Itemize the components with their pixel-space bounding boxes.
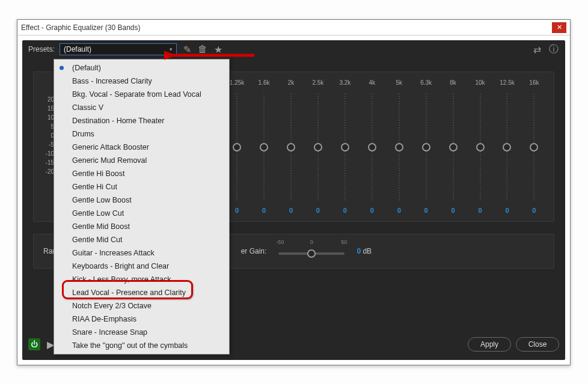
preset-option[interactable]: Gentle Low Cut	[54, 207, 229, 220]
preset-option[interactable]: Generic Mud Removal	[54, 154, 229, 167]
eq-band: 2k0	[278, 79, 305, 215]
band-knob[interactable]	[314, 143, 322, 151]
eq-band: 2.5k0	[304, 79, 331, 215]
band-knob[interactable]	[260, 143, 268, 151]
band-value: 0	[262, 207, 266, 215]
band-slider[interactable]	[453, 94, 454, 201]
band-knob[interactable]	[503, 143, 511, 151]
eq-band: 8k0	[439, 79, 467, 215]
band-freq: 12.5k	[500, 79, 514, 88]
preset-option[interactable]: RIAA De-Emphasis	[54, 312, 229, 326]
preset-option[interactable]: (Default)	[54, 61, 229, 75]
preset-option[interactable]: Keyboards - Bright and Clear	[54, 260, 229, 273]
band-freq: 1.25k	[230, 79, 244, 88]
eq-band: 12.5k0	[494, 79, 521, 215]
band-freq: 10k	[475, 79, 485, 88]
preset-option[interactable]: Guitar - Increases Attack	[54, 246, 229, 260]
band-slider[interactable]	[426, 94, 427, 201]
preset-option[interactable]: Take the "gong" out of the cymbals	[54, 339, 229, 352]
master-gain-thumb[interactable]	[307, 249, 316, 258]
preset-option[interactable]: Bass - Increased Clarity	[54, 75, 229, 88]
favorite-icon[interactable]: ★	[213, 44, 224, 55]
eq-band: 16k0	[521, 79, 548, 215]
band-slider[interactable]	[372, 94, 373, 201]
band-slider[interactable]	[533, 94, 534, 201]
presets-current: (Default)	[64, 45, 91, 53]
band-slider[interactable]	[317, 94, 319, 201]
band-freq: 5k	[396, 79, 402, 88]
band-knob[interactable]	[233, 143, 241, 151]
presets-dropdown[interactable]: (Default) ▾	[60, 43, 177, 55]
band-slider[interactable]	[236, 94, 237, 201]
band-value: 0	[235, 207, 239, 215]
band-freq: 2.5k	[312, 79, 323, 88]
band-freq: 8k	[450, 79, 456, 88]
band-slider[interactable]	[506, 94, 507, 201]
band-knob[interactable]	[530, 143, 538, 151]
band-knob[interactable]	[341, 143, 349, 151]
save-preset-icon[interactable]: ✎	[182, 44, 192, 55]
band-knob[interactable]	[395, 143, 403, 151]
preset-option[interactable]: Classic V	[54, 101, 229, 114]
titlebar: Effect - Graphic Equalizer (30 Bands) ✕	[17, 20, 570, 35]
preset-option[interactable]: Generic Attack Booster	[54, 141, 229, 154]
band-value: 0	[343, 207, 347, 215]
eq-band: 3.2k0	[331, 79, 358, 215]
band-freq: 6.3k	[420, 79, 432, 88]
band-slider[interactable]	[345, 94, 346, 201]
info-icon[interactable]: ⓘ	[548, 44, 559, 55]
eq-band: 10k0	[467, 79, 494, 215]
band-knob[interactable]	[287, 143, 295, 151]
master-gain-label: er Gain:	[241, 247, 267, 255]
preset-option[interactable]: Lead Vocal - Presence and Clarity	[54, 286, 229, 299]
band-slider[interactable]	[399, 94, 400, 201]
gain-value: 0	[357, 247, 361, 255]
band-slider[interactable]	[480, 94, 481, 201]
eq-band: 4k0	[358, 79, 385, 215]
preset-option[interactable]: Gentle Low Boost	[54, 194, 229, 207]
eq-band: 6.3k0	[412, 79, 439, 215]
band-slider[interactable]	[290, 94, 292, 201]
band-value: 0	[478, 207, 482, 215]
band-freq: 2k	[288, 79, 295, 88]
gain-min: -50	[276, 239, 284, 245]
gain-max: 50	[341, 239, 347, 245]
preset-option[interactable]: Bkg. Vocal - Separate from Lead Vocal	[54, 88, 229, 101]
band-knob[interactable]	[422, 143, 430, 151]
gain-unit: dB	[363, 247, 372, 255]
band-knob[interactable]	[476, 143, 485, 151]
preset-option[interactable]: Gentle Hi Boost	[54, 167, 229, 180]
band-value: 0	[397, 207, 401, 215]
band-knob[interactable]	[368, 143, 376, 151]
band-slider[interactable]	[263, 94, 265, 201]
eq-band: 1.6k0	[251, 79, 278, 215]
window-title: Effect - Graphic Equalizer (30 Bands)	[21, 23, 141, 32]
band-value: 0	[452, 207, 455, 215]
band-freq: 1.6k	[259, 79, 270, 88]
preset-option[interactable]: Notch Every 2/3 Octave	[54, 299, 229, 312]
master-gain-slider[interactable]	[278, 252, 345, 255]
preset-option[interactable]: Kick - Less Boxy, more Attack	[54, 273, 229, 286]
preset-option[interactable]: Gentle Mid Boost	[54, 220, 229, 233]
preset-option[interactable]: Drums	[54, 127, 229, 141]
preset-option[interactable]: Snare - Increase Snap	[54, 326, 229, 339]
band-value: 0	[316, 207, 320, 215]
eq-band: 5k0	[385, 79, 412, 215]
close-window-button[interactable]: ✕	[552, 22, 566, 33]
band-knob[interactable]	[449, 143, 458, 151]
preset-option[interactable]: Destination - Home Theater	[54, 114, 229, 127]
power-toggle[interactable]: ⏻	[28, 338, 40, 350]
close-button[interactable]: Close	[516, 337, 559, 352]
db-scale: 20151050-5-10-15-20	[41, 95, 54, 176]
apply-button[interactable]: Apply	[468, 337, 511, 352]
band-value: 0	[505, 207, 509, 215]
toolbar: Presets: (Default) ▾ ✎ 🗑 ★ ⇄ ⓘ	[22, 40, 565, 58]
preset-option[interactable]: Gentle Mid Cut	[54, 233, 229, 246]
delete-preset-icon[interactable]: 🗑	[197, 44, 208, 55]
band-value: 0	[532, 207, 536, 215]
channel-map-icon[interactable]: ⇄	[531, 44, 542, 55]
presets-dropdown-list[interactable]: (Default)Bass - Increased ClarityBkg. Vo…	[54, 59, 230, 355]
band-freq: 16k	[529, 79, 539, 88]
chevron-down-icon: ▾	[170, 46, 173, 52]
preset-option[interactable]: Gentle Hi Cut	[54, 180, 229, 194]
